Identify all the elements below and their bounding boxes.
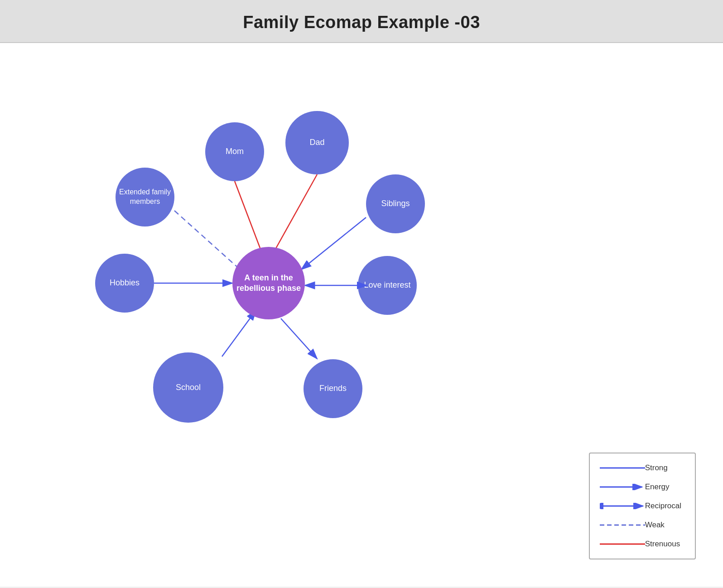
node-extended: Extended family members — [116, 168, 174, 227]
legend: Strong Energy — [589, 453, 696, 559]
energy-line-icon — [600, 484, 645, 490]
weak-line-icon — [600, 522, 645, 528]
page-wrapper: Family Ecomap Example -03 — [0, 0, 723, 588]
node-love: Love interest — [358, 256, 417, 315]
legend-reciprocal: Reciprocal — [600, 501, 681, 511]
center-node: A teen in the rebellious phase — [232, 247, 305, 319]
legend-strong: Strong — [600, 463, 681, 472]
node-mom: Mom — [205, 122, 264, 181]
svg-line-3 — [235, 181, 260, 249]
svg-line-5 — [301, 217, 366, 270]
page-title: Family Ecomap Example -03 — [0, 13, 723, 32]
node-siblings: Siblings — [366, 174, 425, 233]
ecomap-canvas: A teen in the rebellious phase Mom Dad E… — [0, 43, 723, 587]
strenuous-line-icon — [600, 541, 645, 547]
node-hobbies: Hobbies — [95, 254, 154, 313]
node-friends: Friends — [304, 359, 362, 418]
reciprocal-line-icon — [600, 503, 645, 509]
legend-weak: Weak — [600, 521, 681, 530]
header: Family Ecomap Example -03 — [0, 0, 723, 43]
strong-line-icon — [600, 465, 645, 471]
svg-line-2 — [174, 211, 240, 270]
svg-line-8 — [222, 310, 256, 357]
svg-line-9 — [281, 318, 317, 359]
node-dad: Dad — [285, 111, 349, 174]
legend-strenuous: Strenuous — [600, 540, 681, 549]
node-school: School — [153, 352, 223, 423]
svg-line-4 — [275, 174, 317, 249]
legend-energy: Energy — [600, 482, 681, 492]
